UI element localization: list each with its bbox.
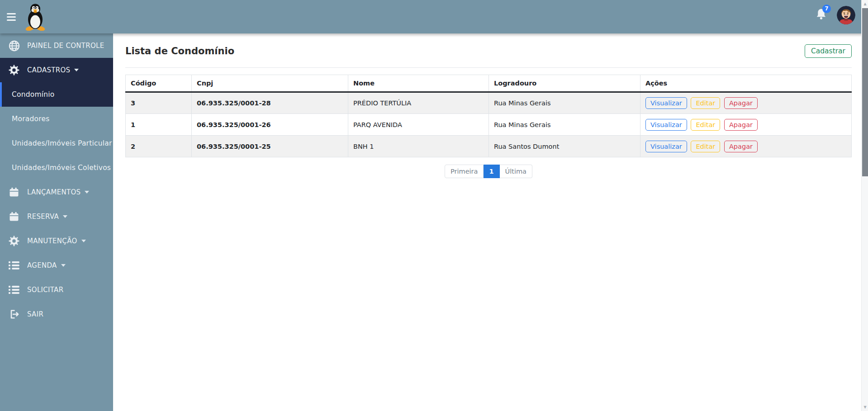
user-avatar[interactable] <box>837 6 855 24</box>
logout-icon <box>8 309 20 320</box>
edit-button[interactable]: Editar <box>691 97 720 109</box>
view-button[interactable]: Visualizar <box>645 119 687 131</box>
cell-logradouro: Rua Santos Dumont <box>489 136 640 157</box>
gear-icon <box>8 236 20 246</box>
chevron-down-icon <box>63 215 67 218</box>
cell-nome: BNH 1 <box>348 136 489 157</box>
scrollbar-thumb[interactable] <box>862 8 868 176</box>
cell-logradouro: Rua Minas Gerais <box>489 114 640 136</box>
sidebar-item-unidades-coletivos[interactable]: Unidades/Imóveis Coletivos <box>0 156 113 180</box>
column-header-cnpj: Cnpj <box>192 75 348 92</box>
cell-cnpj: 06.935.325/0001-25 <box>192 136 348 157</box>
sidebar-item-solicitar[interactable]: SOLICITAR <box>0 278 113 302</box>
cell-codigo: 2 <box>126 136 192 157</box>
delete-button[interactable]: Apagar <box>724 97 758 109</box>
scrollbar-down-arrow[interactable]: ▼ <box>862 404 868 411</box>
cell-acoes: Visualizar Editar Apagar <box>640 114 852 136</box>
chevron-down-icon <box>61 264 66 267</box>
column-header-nome: Nome <box>348 75 489 92</box>
pagination-last[interactable]: Última <box>500 165 532 178</box>
pagination-first[interactable]: Primeira <box>445 165 484 178</box>
table-row: 2 06.935.325/0001-25 BNH 1 Rua Santos Du… <box>126 136 852 157</box>
main-content: Lista de Condomínio Cadastrar Código Cnp… <box>113 33 868 411</box>
edit-button[interactable]: Editar <box>691 119 720 131</box>
app-logo[interactable] <box>25 2 46 31</box>
chevron-down-icon <box>81 240 86 242</box>
delete-button[interactable]: Apagar <box>724 119 758 131</box>
cell-codigo: 1 <box>126 114 192 136</box>
chevron-down-icon <box>74 69 79 71</box>
chevron-down-icon <box>85 191 89 194</box>
column-header-logradouro: Logradouro <box>489 75 640 92</box>
pagination-current-page[interactable]: 1 <box>484 165 499 178</box>
cell-logradouro: Rua Minas Gerais <box>489 92 640 114</box>
sidebar-item-reserva[interactable]: RESERVA <box>0 204 113 229</box>
notifications-button[interactable]: 7 <box>816 8 827 22</box>
page-title: Lista de Condomínio <box>125 46 234 57</box>
edit-button[interactable]: Editar <box>691 141 720 152</box>
pagination: Primeira 1 Última <box>125 165 852 178</box>
cell-cnpj: 06.935.325/0001-28 <box>192 92 348 114</box>
header-divider <box>125 67 852 68</box>
calendar-icon <box>8 211 20 222</box>
column-header-codigo: Código <box>126 75 192 92</box>
list-icon <box>8 285 20 294</box>
notification-count-badge: 7 <box>822 5 831 13</box>
cell-nome: PARQ AVENIDA <box>348 114 489 136</box>
vertical-scrollbar: ▲ ▼ <box>861 0 868 411</box>
cell-acoes: Visualizar Editar Apagar <box>640 92 852 114</box>
globe-icon <box>8 40 20 52</box>
cell-codigo: 3 <box>126 92 192 114</box>
sidebar-item-agenda[interactable]: AGENDA <box>0 253 113 278</box>
table-header-row: Código Cnpj Nome Logradouro Ações <box>126 75 852 92</box>
column-header-acoes: Ações <box>640 75 852 92</box>
cell-nome: PRÉDIO TERTÚLIA <box>348 92 489 114</box>
sidebar-item-lancamentos[interactable]: LANÇAMENTOS <box>0 180 113 204</box>
sidebar-item-sair[interactable]: SAIR <box>0 302 113 326</box>
scrollbar-up-arrow[interactable]: ▲ <box>862 0 868 7</box>
sidebar: PAINEL DE CONTROLE CADASTROS Condo <box>0 33 113 411</box>
sidebar-item-cadastros[interactable]: CADASTROS <box>0 58 113 82</box>
cell-cnpj: 06.935.325/0001-26 <box>192 114 348 136</box>
table-row: 3 06.935.325/0001-28 PRÉDIO TERTÚLIA Rua… <box>126 92 852 114</box>
condominium-table: Código Cnpj Nome Logradouro Ações 3 06.9… <box>125 75 852 157</box>
sidebar-item-manutencao[interactable]: MANUTENÇÃO <box>0 229 113 253</box>
topbar: 7 <box>0 0 868 33</box>
table-row: 1 06.935.325/0001-26 PARQ AVENIDA Rua Mi… <box>126 114 852 136</box>
list-icon <box>8 261 20 270</box>
gear-icon <box>8 65 20 76</box>
tux-penguin-icon <box>25 3 46 31</box>
sidebar-item-unidades-particular[interactable]: Unidades/Imóveis Particular <box>0 131 113 156</box>
delete-button[interactable]: Apagar <box>724 141 758 152</box>
sidebar-item-condominio[interactable]: Condomínio <box>0 82 113 107</box>
cell-acoes: Visualizar Editar Apagar <box>640 136 852 157</box>
calendar-icon <box>8 187 20 198</box>
sidebar-item-painel-de-controle[interactable]: PAINEL DE CONTROLE <box>0 33 113 58</box>
hamburger-menu-icon[interactable] <box>7 11 16 23</box>
sidebar-item-moradores[interactable]: Moradores <box>0 107 113 131</box>
view-button[interactable]: Visualizar <box>645 141 687 152</box>
topbar-right: 7 <box>816 9 855 24</box>
view-button[interactable]: Visualizar <box>645 97 687 109</box>
register-button[interactable]: Cadastrar <box>805 44 852 58</box>
